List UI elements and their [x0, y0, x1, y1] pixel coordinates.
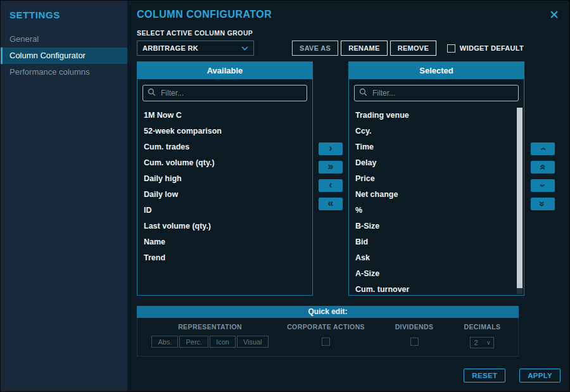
decimals-select[interactable]: 2 ∨ [470, 337, 494, 348]
available-panel: Available [137, 61, 313, 296]
quick-edit-section: Quick edit: REPRESENTATION Abs. Perc. Ic… [137, 306, 519, 357]
visual-button[interactable]: Visual [237, 336, 269, 348]
double-chevron-left-icon: « [328, 198, 334, 208]
selected-list: Trading venue Ccy. Time Delay Price Net … [349, 106, 524, 295]
widget-default-label: WIDGET DEFAULT [460, 44, 524, 52]
chevron-down-icon: › [537, 184, 547, 187]
search-icon [148, 87, 156, 99]
perc-button[interactable]: Perc. [179, 336, 208, 348]
available-list-item[interactable]: 52-week comparison [137, 123, 312, 139]
search-icon [359, 87, 367, 99]
available-list: 1M Now C 52-week comparison Cum. trades … [137, 106, 312, 266]
column-configurator-panel: COLUMN CONFIGURATOR SELECT ACTIVE COLUMN… [127, 1, 570, 391]
available-list-item[interactable]: Daily high [137, 171, 312, 187]
selected-filter-input[interactable] [371, 88, 514, 98]
settings-window: SETTINGS General Column Configurator Per… [0, 0, 570, 392]
icon-button[interactable]: Icon [210, 336, 236, 348]
corporate-actions-header: CORPORATE ACTIONS [287, 323, 365, 331]
selected-list-item[interactable]: % [349, 203, 524, 218]
dividends-checkbox[interactable] [410, 338, 419, 346]
selected-panel: Selected [348, 61, 524, 296]
sidebar-nav: General Column Configurator Performance … [1, 31, 127, 80]
move-all-left-button[interactable]: « [319, 198, 343, 210]
selected-list-item[interactable]: Delay [349, 155, 524, 171]
sidebar-item[interactable]: Performance columns [1, 64, 127, 80]
decimals-value: 2 [474, 339, 478, 346]
column-group-selected-value: ARBITRAGE RK [142, 44, 198, 52]
remove-button[interactable]: REMOVE [390, 41, 436, 56]
sidebar: SETTINGS General Column Configurator Per… [1, 1, 127, 391]
decimals-header: DECIMALS [464, 323, 500, 331]
column-group-select[interactable]: ARBITRAGE RK [137, 41, 254, 56]
corporate-actions-checkbox[interactable] [322, 338, 330, 346]
scrollbar-thumb[interactable] [517, 108, 522, 288]
group-buttons: SAVE AS RENAME REMOVE [292, 41, 436, 56]
available-list-item[interactable]: 1M Now C [137, 108, 312, 123]
chevron-down-icon: ∨ [486, 339, 491, 346]
group-controls-row: ARBITRAGE RK SAVE AS RENAME REMOVE WIDGE… [137, 41, 560, 56]
rename-button[interactable]: RENAME [341, 41, 387, 56]
selected-list-item[interactable]: Ccy. [349, 123, 524, 139]
close-icon[interactable] [548, 8, 560, 21]
active-group-label: SELECT ACTIVE COLUMN GROUP [137, 29, 560, 37]
footer-actions: RESET APPLY [137, 369, 560, 383]
reset-button[interactable]: RESET [464, 369, 505, 383]
move-bottom-button[interactable]: » [531, 198, 555, 210]
panel-header-row: COLUMN CONFIGURATOR [137, 1, 560, 21]
available-list-item[interactable]: Cum. trades [137, 139, 312, 155]
move-left-button[interactable]: ‹ [319, 179, 343, 192]
checkbox-icon[interactable] [447, 44, 455, 53]
move-all-right-button[interactable]: » [319, 161, 343, 174]
selected-list-item[interactable]: Price [349, 171, 524, 187]
selected-list-item[interactable]: Bid [349, 234, 524, 250]
double-chevron-up-icon: » [538, 165, 548, 170]
available-filter-input[interactable] [160, 88, 302, 98]
available-list-item[interactable]: Name [137, 234, 312, 250]
chevron-down-icon [241, 44, 248, 52]
page-title: COLUMN CONFIGURATOR [137, 9, 272, 20]
selected-list-item[interactable]: A-Size [349, 266, 524, 282]
selected-list-item[interactable]: Net change [349, 187, 524, 203]
reorder-buttons: › » › » [524, 61, 560, 296]
save-as-button[interactable]: SAVE AS [292, 41, 338, 56]
available-list-item[interactable]: Trend [137, 250, 312, 266]
selected-filter [354, 85, 519, 101]
move-up-button[interactable]: › [531, 142, 555, 155]
representation-header: REPRESENTATION [178, 323, 242, 331]
quick-edit-title: Quick edit: [137, 306, 519, 318]
sidebar-item[interactable]: Column Configurator [1, 47, 127, 64]
available-filter [142, 85, 307, 101]
dividends-header: DIVIDENDS [395, 323, 434, 331]
available-list-item[interactable]: Last volume (qty.) [137, 218, 312, 234]
selected-list-item[interactable]: Time [349, 139, 524, 155]
double-chevron-down-icon: » [538, 201, 548, 207]
scrollbar[interactable] [517, 108, 522, 294]
selected-list-item[interactable]: B-Size [349, 218, 524, 234]
abs-button[interactable]: Abs. [151, 336, 178, 348]
settings-title: SETTINGS [1, 1, 127, 31]
sidebar-item[interactable]: General [1, 31, 127, 47]
available-list-item[interactable]: ID [137, 203, 312, 218]
selected-list-item[interactable]: Trading venue [349, 108, 524, 123]
move-right-button[interactable]: › [319, 142, 343, 155]
selected-list-item[interactable]: Cum. turnover [349, 282, 524, 295]
available-list-item[interactable]: Daily low [137, 187, 312, 203]
available-list-item[interactable]: Cum. volume (qty.) [137, 155, 312, 171]
double-chevron-right-icon: » [328, 161, 334, 172]
available-panel-title: Available [137, 62, 312, 79]
representation-buttons: Abs. Perc. Icon Visual [151, 336, 268, 348]
chevron-right-icon: › [329, 143, 332, 153]
apply-button[interactable]: APPLY [519, 369, 560, 383]
move-top-button[interactable]: » [531, 161, 555, 174]
chevron-left-icon: ‹ [329, 180, 332, 190]
move-down-button[interactable]: › [531, 179, 555, 192]
chevron-up-icon: › [537, 147, 547, 150]
transfer-buttons: › » ‹ « [313, 61, 348, 296]
widget-default-checkbox[interactable]: WIDGET DEFAULT [447, 44, 524, 53]
selected-panel-title: Selected [349, 62, 524, 79]
dual-list-area: Available [137, 61, 560, 296]
selected-list-item[interactable]: Ask [349, 250, 524, 266]
